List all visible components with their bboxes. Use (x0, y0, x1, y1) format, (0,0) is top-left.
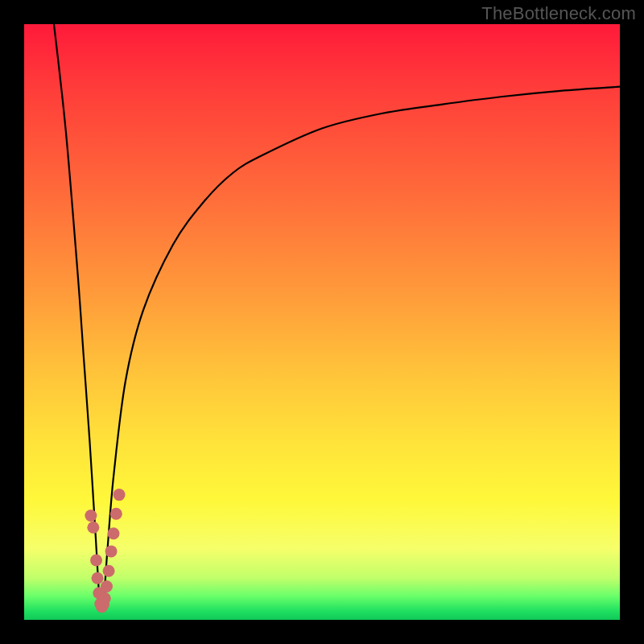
dot (99, 592, 111, 605)
dot (85, 510, 97, 522)
dot (108, 527, 120, 539)
dot (90, 555, 102, 567)
bottleneck-curve (54, 24, 620, 609)
chart-frame: TheBottleneck.com (0, 0, 644, 644)
dot (92, 572, 104, 584)
dot (114, 489, 126, 501)
dot (87, 522, 99, 534)
dot (101, 580, 113, 592)
plot-area (24, 24, 620, 620)
highlight-dots (85, 489, 125, 613)
curve-layer (24, 24, 620, 620)
dot (110, 508, 122, 520)
dot (103, 565, 115, 577)
dot (105, 545, 118, 557)
watermark-text: TheBottleneck.com (481, 3, 636, 24)
